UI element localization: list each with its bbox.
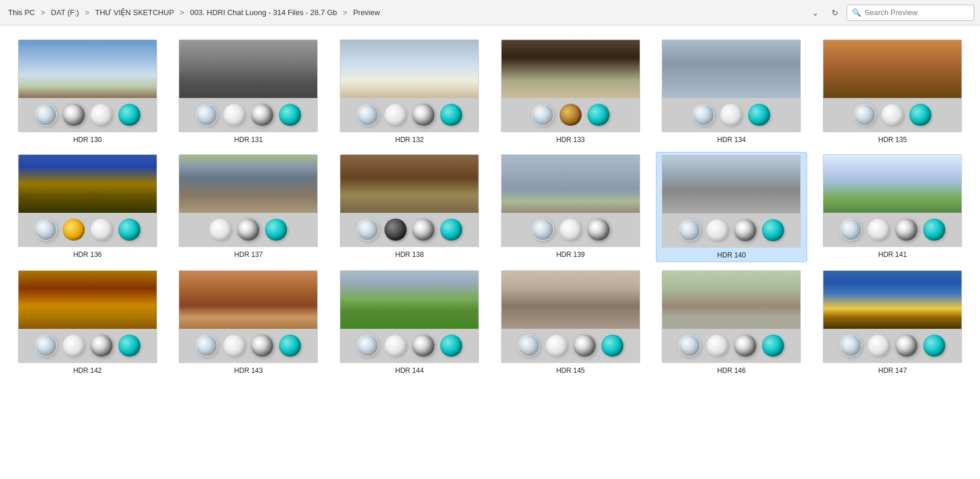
ball-white-sphere xyxy=(720,104,742,126)
search-box[interactable]: 🔍 xyxy=(847,5,974,21)
thumb-item-hdr-141[interactable]: HDR 141 xyxy=(816,152,968,262)
ball-white-sphere xyxy=(706,335,728,357)
ball-yellow-sphere xyxy=(63,219,85,241)
ball-teal-sphere xyxy=(923,219,945,241)
ball-white-sphere xyxy=(868,219,890,241)
thumb-image-hdr-141 xyxy=(823,154,962,247)
ball-glass-sphere xyxy=(35,104,57,126)
ball-glass-sphere xyxy=(854,104,876,126)
thumb-label-hdr-146: HDR 146 xyxy=(717,366,746,375)
thumb-item-hdr-137[interactable]: HDR 137 xyxy=(173,152,325,262)
thumb-label-hdr-139: HDR 139 xyxy=(556,251,585,259)
ball-teal-sphere xyxy=(923,335,945,357)
search-input[interactable] xyxy=(865,8,969,17)
thumb-label-hdr-133: HDR 133 xyxy=(556,136,585,144)
refresh-button[interactable]: ↻ xyxy=(827,5,843,21)
ball-white-sphere xyxy=(209,219,231,241)
search-icon: 🔍 xyxy=(852,8,861,17)
breadcrumb-sep-0: > xyxy=(39,8,46,17)
ball-teal-sphere xyxy=(279,335,301,357)
pano-hdr-143 xyxy=(179,271,317,329)
thumb-item-hdr-139[interactable]: HDR 139 xyxy=(495,152,647,262)
thumb-item-hdr-144[interactable]: HDR 144 xyxy=(333,268,485,377)
breadcrumb-hdri-folder[interactable]: 003. HDRI Chat Luong - 314 Files - 28.7 … xyxy=(188,7,340,18)
pano-hdr-134 xyxy=(662,40,800,98)
ball-bronze-sphere xyxy=(560,104,582,126)
thumb-label-hdr-147: HDR 147 xyxy=(878,366,906,375)
ball-chrome-sphere xyxy=(734,219,756,241)
balls-hdr-134 xyxy=(662,98,800,132)
thumb-item-hdr-145[interactable]: HDR 145 xyxy=(495,268,647,377)
breadcrumb-thu-vien[interactable]: THƯ VIỆN SKETCHUP xyxy=(93,7,176,18)
thumb-image-hdr-134 xyxy=(662,39,801,132)
balls-hdr-137 xyxy=(179,213,317,246)
thumb-label-hdr-137: HDR 137 xyxy=(234,251,263,259)
balls-hdr-133 xyxy=(502,98,640,132)
balls-hdr-131 xyxy=(179,98,317,132)
thumb-item-hdr-140[interactable]: HDR 140 xyxy=(656,152,808,262)
balls-hdr-132 xyxy=(340,98,478,132)
pano-hdr-130 xyxy=(19,40,157,98)
pano-hdr-133 xyxy=(502,40,640,98)
thumb-image-hdr-135 xyxy=(823,39,962,132)
ball-white-sphere xyxy=(706,219,728,241)
breadcrumb-dat-f[interactable]: DAT (F:) xyxy=(49,7,82,18)
ball-glass-sphere xyxy=(678,335,700,357)
ball-glass-sphere xyxy=(35,335,57,357)
ball-white-sphere xyxy=(384,335,406,357)
breadcrumb-sep-3: > xyxy=(342,8,349,17)
thumb-label-hdr-141: HDR 141 xyxy=(878,251,906,259)
thumb-item-hdr-130[interactable]: HDR 130 xyxy=(12,37,164,146)
thumb-item-hdr-142[interactable]: HDR 142 xyxy=(12,268,164,377)
pano-hdr-139 xyxy=(502,155,640,213)
ball-glass-sphere xyxy=(195,104,217,126)
balls-hdr-130 xyxy=(19,98,157,132)
ball-teal-sphere xyxy=(118,219,140,241)
thumb-image-hdr-145 xyxy=(501,270,640,363)
thumb-item-hdr-135[interactable]: HDR 135 xyxy=(816,37,968,146)
thumb-item-hdr-132[interactable]: HDR 132 xyxy=(333,37,485,146)
ball-glass-sphere xyxy=(518,335,540,357)
thumb-image-hdr-143 xyxy=(179,270,318,363)
pano-hdr-145 xyxy=(502,271,640,329)
thumb-label-hdr-140: HDR 140 xyxy=(717,251,746,259)
ball-glass-sphere xyxy=(357,104,379,126)
thumb-item-hdr-146[interactable]: HDR 146 xyxy=(656,268,808,377)
ball-chrome-sphere xyxy=(574,335,596,357)
pano-hdr-140 xyxy=(662,155,800,213)
thumb-label-hdr-130: HDR 130 xyxy=(73,136,101,144)
balls-hdr-144 xyxy=(340,329,478,362)
pano-hdr-141 xyxy=(823,155,961,213)
ball-white-sphere xyxy=(868,335,890,357)
pano-hdr-136 xyxy=(19,155,157,213)
breadcrumb-preview[interactable]: Preview xyxy=(351,7,382,18)
address-bar: This PC > DAT (F:) > THƯ VIỆN SKETCHUP >… xyxy=(0,0,980,26)
ball-chrome-sphere xyxy=(63,104,85,126)
ball-white-sphere xyxy=(881,104,903,126)
thumb-item-hdr-136[interactable]: HDR 136 xyxy=(12,152,164,262)
balls-hdr-146 xyxy=(662,329,800,362)
thumb-item-hdr-131[interactable]: HDR 131 xyxy=(173,37,325,146)
ball-white-sphere xyxy=(560,219,582,241)
thumb-item-hdr-138[interactable]: HDR 138 xyxy=(333,152,485,262)
ball-chrome-sphere xyxy=(412,219,434,241)
thumb-item-hdr-133[interactable]: HDR 133 xyxy=(495,37,647,146)
thumb-item-hdr-134[interactable]: HDR 134 xyxy=(656,37,808,146)
ball-white-sphere xyxy=(90,104,112,126)
ball-white-sphere xyxy=(546,335,568,357)
dropdown-button[interactable]: ⌄ xyxy=(807,5,823,21)
ball-teal-sphere xyxy=(762,335,784,357)
thumb-label-hdr-135: HDR 135 xyxy=(878,136,906,144)
thumb-item-hdr-143[interactable]: HDR 143 xyxy=(173,268,325,377)
pano-hdr-144 xyxy=(340,271,478,329)
thumb-label-hdr-134: HDR 134 xyxy=(717,136,746,144)
ball-chrome-sphere xyxy=(895,219,917,241)
balls-hdr-142 xyxy=(19,329,157,362)
thumb-image-hdr-130 xyxy=(18,39,157,132)
ball-teal-sphere xyxy=(118,335,140,357)
balls-hdr-147 xyxy=(823,329,961,362)
pano-hdr-142 xyxy=(19,271,157,329)
thumb-item-hdr-147[interactable]: HDR 147 xyxy=(816,268,968,377)
ball-teal-sphere xyxy=(440,104,462,126)
breadcrumb-this-pc[interactable]: This PC xyxy=(6,7,37,18)
